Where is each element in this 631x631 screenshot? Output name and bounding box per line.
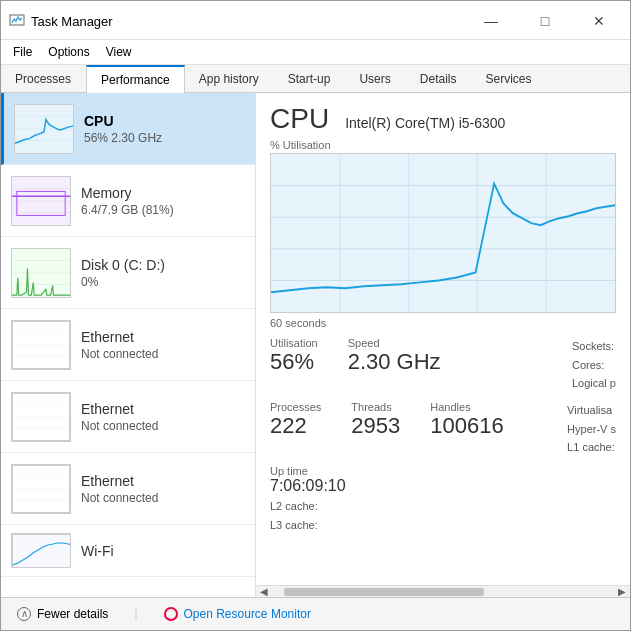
tab-app-history[interactable]: App history	[185, 66, 274, 92]
fewer-details-label: Fewer details	[37, 607, 108, 621]
memory-value: 6.4/7.9 GB (81%)	[81, 203, 245, 217]
divider: |	[134, 607, 137, 621]
graph-label-top: % Utilisation	[270, 139, 616, 151]
eth1-info: Ethernet Not connected	[81, 329, 245, 361]
right-panel: CPU Intel(R) Core(TM) i5-6300 % Utilisat…	[256, 93, 630, 585]
stat-handles-label: Handles	[430, 401, 503, 413]
eth2-value: Not connected	[81, 419, 245, 433]
sidebar-item-memory[interactable]: Memory 6.4/7.9 GB (81%)	[1, 165, 255, 237]
meta-cores: Logical p	[572, 374, 616, 393]
sidebar-item-disk[interactable]: Disk 0 (C: D:) 0%	[1, 237, 255, 309]
uptime-block: Up time 7:06:09:10	[270, 465, 616, 495]
open-resource-monitor-button[interactable]: Open Resource Monitor	[158, 604, 317, 624]
memory-mini-graph	[11, 176, 71, 226]
sidebar-item-wifi[interactable]: Wi-Fi	[1, 525, 255, 577]
cpu-value: 56% 2.30 GHz	[84, 131, 245, 145]
meta-sockets: Cores:	[572, 356, 616, 375]
sidebar[interactable]: CPU 56% 2.30 GHz	[1, 93, 256, 597]
minimize-button[interactable]: —	[468, 7, 514, 35]
eth2-label: Ethernet	[81, 401, 245, 417]
uptime-label: Up time	[270, 465, 616, 477]
svg-rect-26	[13, 535, 71, 568]
maximize-button[interactable]: □	[522, 7, 568, 35]
eth2-mini-graph	[11, 392, 71, 442]
wifi-label: Wi-Fi	[81, 543, 245, 559]
title-bar: Task Manager — □ ✕	[1, 1, 630, 40]
stat-utilisation: Utilisation 56%	[270, 337, 318, 393]
stat-speed: Speed 2.30 GHz	[348, 337, 441, 393]
menu-options[interactable]: Options	[40, 42, 97, 62]
eth1-mini-graph	[11, 320, 71, 370]
eth1-value: Not connected	[81, 347, 245, 361]
scroll-right-arrow[interactable]: ▶	[616, 586, 628, 597]
cpu-panel-title: CPU	[270, 103, 329, 135]
title-bar-left: Task Manager	[9, 13, 113, 29]
sidebar-item-cpu[interactable]: CPU 56% 2.30 GHz	[1, 93, 255, 165]
menu-file[interactable]: File	[5, 42, 40, 62]
eth2-info: Ethernet Not connected	[81, 401, 245, 433]
meta-l1: L2 cache:	[270, 497, 616, 516]
stat-threads-value: 2953	[351, 413, 400, 439]
disk-value: 0%	[81, 275, 245, 289]
stat-processes: Processes 222	[270, 401, 321, 457]
eth1-label: Ethernet	[81, 329, 245, 345]
tab-services[interactable]: Services	[471, 66, 546, 92]
tab-users[interactable]: Users	[345, 66, 405, 92]
memory-info: Memory 6.4/7.9 GB (81%)	[81, 185, 245, 217]
stat-utilisation-value: 56%	[270, 349, 318, 375]
right-meta3: L2 cache: L3 cache:	[270, 497, 616, 534]
tab-details[interactable]: Details	[406, 66, 472, 92]
cpu-label: CPU	[84, 113, 245, 129]
meta-virtual: Hyper-V s	[567, 420, 616, 439]
task-manager-window: Task Manager — □ ✕ File Options View Pro…	[0, 0, 631, 631]
tab-processes[interactable]: Processes	[1, 66, 86, 92]
disk-mini-graph	[11, 248, 71, 298]
horizontal-scrollbar[interactable]: ◀ ▶	[256, 585, 630, 597]
main-content: CPU 56% 2.30 GHz	[1, 93, 630, 597]
eth3-label: Ethernet	[81, 473, 245, 489]
title-controls: — □ ✕	[468, 7, 622, 35]
menu-bar: File Options View	[1, 40, 630, 65]
eth3-info: Ethernet Not connected	[81, 473, 245, 505]
graph-time-label: 60 seconds	[270, 317, 616, 329]
stat-speed-label: Speed	[348, 337, 441, 349]
memory-label: Memory	[81, 185, 245, 201]
disk-info: Disk 0 (C: D:) 0%	[81, 257, 245, 289]
meta-logical: Virtualisa	[567, 401, 616, 420]
wifi-mini-graph	[11, 533, 71, 568]
wifi-info: Wi-Fi	[81, 543, 245, 559]
stat-handles-value: 100616	[430, 413, 503, 439]
cpu-info: CPU 56% 2.30 GHz	[84, 113, 245, 145]
cpu-main-graph	[270, 153, 616, 313]
scroll-thumb[interactable]	[284, 588, 484, 596]
window-title: Task Manager	[31, 14, 113, 29]
meta-hyperv: L1 cache:	[567, 438, 616, 457]
stat-utilisation-label: Utilisation	[270, 337, 318, 349]
meta-base: Sockets:	[572, 337, 616, 356]
sidebar-item-eth3[interactable]: Ethernet Not connected	[1, 453, 255, 525]
tab-startup[interactable]: Start-up	[274, 66, 346, 92]
close-button[interactable]: ✕	[576, 7, 622, 35]
uptime-value: 7:06:09:10	[270, 477, 616, 495]
tab-bar: Processes Performance App history Start-…	[1, 65, 630, 93]
cpu-header: CPU Intel(R) Core(TM) i5-6300	[270, 103, 616, 135]
sidebar-item-eth1[interactable]: Ethernet Not connected	[1, 309, 255, 381]
chevron-up-icon: ∧	[17, 607, 31, 621]
stat-processes-value: 222	[270, 413, 321, 439]
cpu-mini-graph	[14, 104, 74, 154]
stat-speed-value: 2.30 GHz	[348, 349, 441, 375]
stat-handles: Handles 100616	[430, 401, 503, 457]
fewer-details-button[interactable]: ∧ Fewer details	[11, 604, 114, 624]
stats-row1: Utilisation 56% Speed 2.30 GHz Sockets: …	[270, 337, 616, 393]
app-icon	[9, 13, 25, 29]
sidebar-item-eth2[interactable]: Ethernet Not connected	[1, 381, 255, 453]
right-panel-wrapper: CPU Intel(R) Core(TM) i5-6300 % Utilisat…	[256, 93, 630, 597]
bottom-bar: ∧ Fewer details | Open Resource Monitor	[1, 597, 630, 630]
menu-view[interactable]: View	[98, 42, 140, 62]
tab-performance[interactable]: Performance	[86, 65, 185, 93]
scroll-left-arrow[interactable]: ◀	[258, 586, 270, 597]
cpu-panel-subtitle: Intel(R) Core(TM) i5-6300	[345, 115, 505, 131]
meta-l2: L3 cache:	[270, 516, 616, 535]
disk-label: Disk 0 (C: D:)	[81, 257, 245, 273]
open-monitor-label: Open Resource Monitor	[184, 607, 311, 621]
